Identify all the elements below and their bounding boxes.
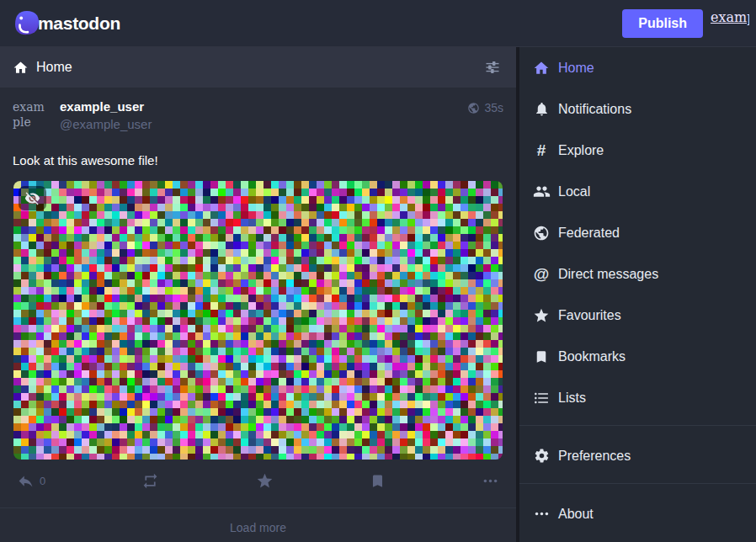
sidebar-item-label: Home: [558, 61, 594, 76]
mastodon-app: mastodon Publish examp Home: [0, 0, 756, 542]
eye-slash-icon: [24, 190, 40, 206]
home-icon: [532, 60, 551, 77]
column-header[interactable]: Home: [0, 47, 516, 88]
sidebar-item-label: Direct messages: [558, 267, 658, 282]
star-icon: [256, 472, 274, 490]
account-link[interactable]: examp: [711, 9, 749, 25]
status-text: Look at this awesome file!: [13, 152, 503, 169]
sidebar-item-about[interactable]: About: [519, 493, 756, 534]
ellipsis-icon: [532, 506, 551, 522]
sidebar-item-notifications[interactable]: Notifications: [519, 88, 756, 130]
reply-count: 0: [40, 475, 45, 487]
mastodon-wordmark: mastodon: [38, 13, 120, 34]
load-more-button[interactable]: Load more: [0, 507, 516, 542]
sidebar-item-federated[interactable]: Federated: [519, 212, 756, 253]
sidebar-item-label: Favourites: [558, 308, 621, 323]
hide-media-button[interactable]: [19, 186, 46, 210]
more-options-button[interactable]: [482, 472, 499, 490]
star-icon: [532, 307, 551, 324]
avatar[interactable]: example: [13, 99, 51, 138]
timestamp-text: 35s: [484, 101, 503, 114]
sidebar-item-label: About: [558, 507, 594, 522]
sidebar-item-home[interactable]: Home: [519, 47, 756, 88]
timeline: example example_user @example_user 3: [0, 88, 516, 542]
publish-button[interactable]: Publish: [622, 9, 703, 38]
globe-icon: [467, 102, 480, 114]
status-names: example_user @example_user: [60, 99, 152, 131]
sidebar-item-direct-messages[interactable]: @ Direct messages: [519, 253, 756, 295]
sidebar-item-label: Federated: [558, 226, 620, 241]
account-handle: @example_user: [60, 117, 152, 131]
sidebar-item-label: Lists: [558, 391, 586, 406]
home-timeline-column: Home example e: [0, 47, 516, 542]
bell-icon: [532, 101, 551, 117]
nav-divider: [519, 425, 756, 426]
reply-icon: [17, 472, 35, 490]
sidebar-item-label: Notifications: [558, 102, 631, 117]
nav-divider: [519, 483, 756, 484]
column-settings-button[interactable]: [482, 56, 503, 78]
boost-button[interactable]: [141, 472, 159, 490]
hashtag-icon: #: [532, 141, 551, 160]
reply-button[interactable]: 0: [17, 472, 45, 490]
sidebar-item-local[interactable]: Local: [519, 171, 756, 212]
media-attachment: [13, 181, 503, 460]
sidebar-item-bookmarks[interactable]: Bookmarks: [519, 336, 756, 377]
navigation-panel: Home Notifications # Explore Local: [519, 47, 756, 542]
mastodon-logo[interactable]: mastodon: [12, 8, 120, 40]
status-timestamp[interactable]: 35s: [467, 99, 503, 114]
boost-icon: [141, 472, 159, 490]
sidebar-item-label: Local: [558, 184, 590, 199]
bookmark-button[interactable]: [370, 473, 386, 489]
column-title: Home: [36, 60, 72, 75]
bookmark-icon: [370, 473, 386, 489]
bookmark-icon: [532, 349, 551, 364]
status-header: example example_user @example_user 3: [13, 99, 503, 138]
ellipsis-icon: [482, 472, 499, 490]
globe-icon: [532, 225, 551, 242]
sidebar-item-lists[interactable]: Lists: [519, 377, 756, 418]
top-bar: mastodon Publish examp: [0, 0, 756, 47]
gear-icon: [532, 448, 551, 464]
sidebar-item-label: Explore: [558, 143, 604, 158]
status-action-bar: 0: [0, 460, 516, 507]
status-post: example example_user @example_user 3: [0, 88, 516, 507]
sidebar-item-explore[interactable]: # Explore: [519, 130, 756, 171]
display-name[interactable]: example_user: [60, 99, 152, 114]
sidebar-item-favourites[interactable]: Favourites: [519, 295, 756, 336]
list-icon: [532, 390, 551, 406]
post-media-image[interactable]: [13, 181, 503, 460]
home-icon: [13, 60, 29, 76]
favourite-button[interactable]: [256, 472, 274, 490]
sidebar-item-preferences[interactable]: Preferences: [519, 435, 756, 476]
users-icon: [532, 183, 551, 200]
sidebar-item-label: Preferences: [558, 449, 631, 464]
sidebar-item-label: Bookmarks: [558, 349, 626, 364]
sliders-icon: [485, 60, 500, 75]
at-icon: @: [532, 265, 551, 284]
content-row: Home example e: [0, 47, 756, 542]
